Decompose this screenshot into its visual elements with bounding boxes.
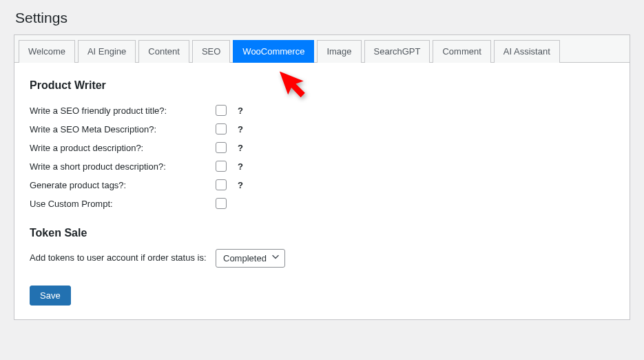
field-product-tags: Generate product tags?: ?	[30, 176, 614, 194]
settings-panel: Welcome AI Engine Content SEO WooCommerc…	[14, 34, 630, 320]
field-label: Write a short product description?:	[30, 161, 216, 172]
field-label: Add tokens to user account if order stat…	[30, 251, 216, 265]
field-short-description: Write a short product description?: ?	[30, 157, 614, 176]
checkbox-seo-meta[interactable]	[216, 123, 227, 134]
help-icon[interactable]: ?	[238, 143, 243, 153]
tabs-nav: Welcome AI Engine Content SEO WooCommerc…	[14, 35, 630, 63]
field-label: Generate product tags?:	[30, 180, 216, 190]
field-custom-prompt: Use Custom Prompt:	[30, 194, 614, 213]
chevron-down-icon	[271, 253, 280, 263]
field-label: Use Custom Prompt:	[30, 199, 216, 209]
page-title: Settings	[14, 0, 630, 34]
field-label: Write a SEO Meta Description?:	[30, 124, 216, 134]
select-value: Completed	[223, 253, 267, 263]
tab-comment[interactable]: Comment	[433, 40, 490, 63]
section-heading-token-sale: Token Sale	[30, 227, 614, 239]
field-seo-title: Write a SEO friendly product title?: ?	[30, 101, 614, 120]
checkbox-seo-title[interactable]	[216, 105, 227, 116]
tab-woocommerce[interactable]: WooCommerce	[233, 40, 314, 63]
help-icon[interactable]: ?	[238, 180, 243, 190]
tab-welcome[interactable]: Welcome	[19, 40, 75, 63]
field-label: Write a product description?:	[30, 143, 216, 153]
help-icon[interactable]: ?	[238, 124, 243, 134]
checkbox-product-description[interactable]	[216, 142, 227, 153]
tab-content-woocommerce: Product Writer Write a SEO friendly prod…	[14, 63, 630, 319]
help-icon[interactable]: ?	[238, 161, 243, 172]
tab-seo[interactable]: SEO	[192, 40, 230, 63]
checkbox-short-description[interactable]	[216, 161, 227, 172]
field-seo-meta: Write a SEO Meta Description?: ?	[30, 120, 614, 139]
section-heading-product-writer: Product Writer	[30, 79, 614, 92]
tab-ai-assistant[interactable]: AI Assistant	[494, 40, 560, 63]
tab-content[interactable]: Content	[138, 40, 189, 63]
tab-ai-engine[interactable]: AI Engine	[78, 40, 136, 63]
field-label: Write a SEO friendly product title?:	[30, 106, 216, 116]
checkbox-product-tags[interactable]	[216, 179, 227, 190]
field-order-status: Add tokens to user account if order stat…	[30, 249, 614, 268]
tab-searchgpt[interactable]: SearchGPT	[364, 40, 430, 63]
checkbox-custom-prompt[interactable]	[216, 198, 227, 209]
field-product-description: Write a product description?: ?	[30, 139, 614, 157]
order-status-select[interactable]: Completed	[216, 249, 285, 268]
tab-image[interactable]: Image	[317, 40, 361, 63]
help-icon[interactable]: ?	[238, 106, 243, 116]
save-button[interactable]: Save	[30, 286, 71, 306]
